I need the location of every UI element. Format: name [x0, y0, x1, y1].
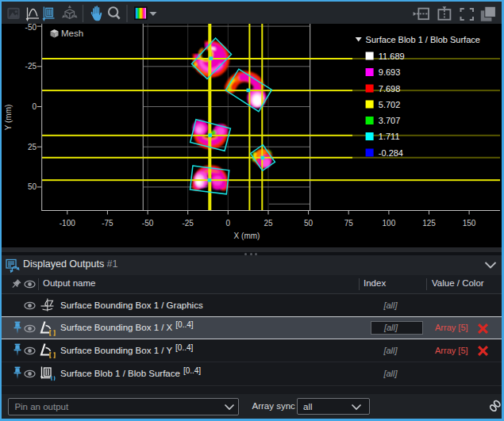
- svg-text:9.693: 9.693: [379, 67, 401, 77]
- svg-text:150: 150: [463, 219, 476, 228]
- svg-text:-0.284: -0.284: [379, 148, 403, 158]
- svg-text:25: 25: [264, 219, 273, 228]
- svg-text:25: 25: [28, 143, 37, 151]
- svg-text:Surface Blob 1 / Blob Surface: Surface Blob 1 / Blob Surface: [366, 35, 480, 44]
- svg-text:-100: -100: [60, 219, 75, 228]
- svg-text:100: 100: [383, 219, 396, 228]
- svg-text:7.698: 7.698: [379, 84, 401, 94]
- svg-text:0: 0: [32, 102, 37, 111]
- svg-text:-25: -25: [182, 219, 194, 228]
- svg-text:11.689: 11.689: [379, 52, 405, 61]
- svg-text:50: 50: [28, 182, 37, 191]
- svg-text:X (mm): X (mm): [234, 232, 260, 240]
- svg-text:-75: -75: [102, 219, 113, 228]
- svg-text:-50: -50: [142, 219, 154, 228]
- svg-text:Mesh: Mesh: [61, 29, 83, 38]
- svg-text:125: 125: [422, 219, 436, 228]
- svg-text:-25: -25: [25, 62, 37, 71]
- svg-text:0: 0: [226, 219, 231, 228]
- svg-text:5.702: 5.702: [379, 100, 401, 109]
- svg-text:Y (mm): Y (mm): [4, 105, 13, 131]
- svg-text:1.711: 1.711: [379, 132, 400, 141]
- svg-text:-50: -50: [25, 24, 37, 32]
- svg-text:75: 75: [344, 219, 354, 228]
- svg-text:50: 50: [304, 219, 314, 228]
- svg-text:3.707: 3.707: [379, 116, 401, 125]
